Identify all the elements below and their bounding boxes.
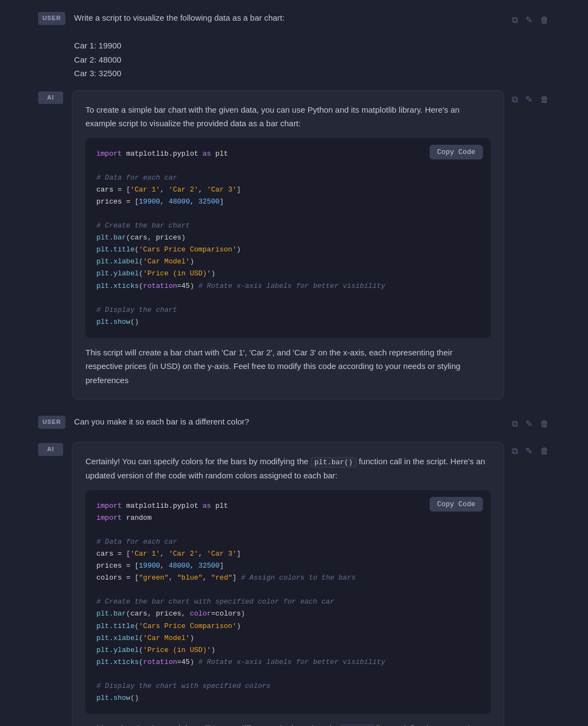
ai-card-1: To create a simple bar chart with the gi… — [72, 90, 504, 400]
ai-actions-1: ⧉ ✎ 🗑 — [511, 91, 550, 108]
edit-icon-ai-1[interactable]: ✎ — [524, 91, 534, 108]
user-role-badge-1: USER — [38, 12, 65, 25]
user-actions-2: ⧉ ✎ 🗑 — [511, 416, 550, 432]
copy-icon-1[interactable]: ⧉ — [511, 12, 519, 28]
ai-actions-2: ⧉ ✎ 🗑 — [511, 443, 550, 459]
copy-icon-ai-1[interactable]: ⧉ — [511, 91, 519, 108]
edit-icon-1[interactable]: ✎ — [524, 12, 534, 28]
ai-message-1: AI To create a simple bar chart with the… — [38, 90, 550, 400]
user-text-2: Can you make it so each bar is a differe… — [74, 415, 504, 429]
copy-icon-2[interactable]: ⧉ — [511, 416, 519, 432]
user-text-1: Write a script to visualize the followin… — [74, 11, 504, 81]
copy-icon-ai-2[interactable]: ⧉ — [511, 443, 519, 459]
inline-code-plt-bar: plt.bar() — [311, 457, 357, 467]
ai-intro-2: Certainly! You can specify colors for th… — [85, 454, 491, 483]
edit-icon-2[interactable]: ✎ — [524, 416, 534, 432]
delete-icon-2[interactable]: 🗑 — [539, 416, 550, 432]
code-block-1: Copy Code import matplotlib.pyplot as pl… — [85, 138, 491, 338]
delete-icon-ai-2[interactable]: 🗑 — [539, 443, 550, 459]
edit-icon-ai-2[interactable]: ✎ — [524, 443, 534, 459]
ai-outro-2a: In this updated script, each bar will ha… — [85, 722, 491, 726]
user-role-badge-2: USER — [38, 416, 65, 429]
delete-icon-ai-1[interactable]: 🗑 — [539, 91, 550, 108]
ai-intro-1: To create a simple bar chart with the gi… — [85, 103, 491, 131]
code-content-2: import matplotlib.pyplot as plt import r… — [96, 500, 480, 705]
ai-role-badge-1: AI — [38, 91, 63, 104]
ai-message-2: AI Certainly! You can specify colors for… — [38, 442, 550, 726]
code-content-1: import matplotlib.pyplot as plt # Data f… — [96, 148, 480, 328]
user-message-1: USER Write a script to visualize the fol… — [38, 11, 550, 81]
copy-code-button-1[interactable]: Copy Code — [430, 145, 483, 159]
delete-icon-1[interactable]: 🗑 — [539, 12, 550, 28]
ai-card-2: Certainly! You can specify colors for th… — [72, 442, 504, 726]
user-message-2: USER Can you make it so each bar is a di… — [38, 415, 550, 432]
user-actions-1: ⧉ ✎ 🗑 — [511, 12, 550, 28]
copy-code-button-2[interactable]: Copy Code — [430, 497, 483, 512]
user-message-content-2: Can you make it so each bar is a differe… — [74, 415, 504, 429]
user-message-content-1: Write a script to visualize the followin… — [74, 11, 504, 81]
ai-role-badge-2: AI — [38, 443, 63, 456]
code-block-2: Copy Code import matplotlib.pyplot as pl… — [85, 490, 491, 715]
ai-outro-1: This script will create a bar chart with… — [85, 346, 491, 387]
